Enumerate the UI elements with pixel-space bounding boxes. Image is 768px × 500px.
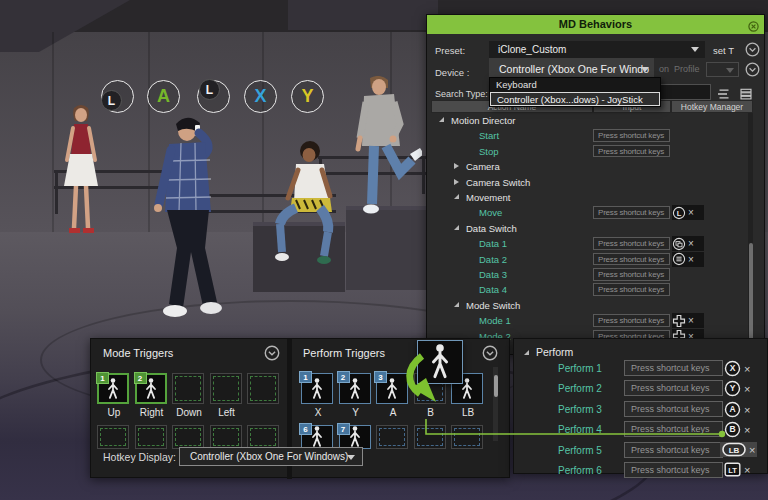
shortcut-input[interactable]: Press shortcut keys (624, 380, 723, 396)
action-label[interactable]: Data 1 (479, 238, 507, 249)
perform-label[interactable]: Perform 5 (558, 445, 602, 456)
column-header[interactable]: Hotkey Manager (671, 100, 753, 113)
action-label[interactable]: Mode 1 (479, 315, 511, 326)
trigger-slot[interactable]: 7 (339, 425, 371, 449)
remove-hotkey-button[interactable]: × (744, 464, 750, 476)
trigger-slot[interactable]: 3 (376, 373, 408, 404)
remove-hotkey-button[interactable]: × (744, 363, 750, 375)
group-label[interactable]: Movement (466, 192, 510, 203)
button-a-icon[interactable]: A (724, 401, 741, 418)
perform-label[interactable]: Perform 3 (558, 404, 602, 415)
tree-expanded-icon[interactable] (454, 194, 459, 199)
trigger-slot[interactable] (97, 425, 129, 449)
button-lt-icon[interactable]: LT (724, 462, 741, 477)
trigger-slot[interactable] (172, 373, 204, 404)
remove-hotkey-button[interactable]: × (688, 237, 694, 250)
trigger-slot[interactable]: 2 (135, 373, 167, 404)
action-label[interactable]: Start (479, 130, 499, 141)
tree-expanded-icon[interactable] (454, 302, 459, 307)
remove-hotkey-button[interactable]: × (688, 314, 694, 327)
hotkey-assignment: L× (672, 205, 704, 220)
group-label[interactable]: Data Switch (466, 223, 517, 234)
tree-collapsed-icon[interactable] (454, 163, 459, 169)
dropdown-item[interactable]: Keyboard (490, 78, 660, 92)
tree-collapsed-icon[interactable] (454, 179, 459, 185)
remove-hotkey-button[interactable]: × (749, 444, 755, 456)
shortcut-input[interactable]: Press shortcut keys (593, 145, 670, 158)
shortcut-input[interactable]: Press shortcut keys (624, 462, 723, 478)
md-panel-titlebar[interactable]: MD Behaviors (427, 15, 764, 34)
action-label[interactable]: Data 4 (479, 284, 507, 295)
remove-hotkey-button[interactable]: × (744, 424, 750, 436)
action-label[interactable]: Data 2 (479, 254, 507, 265)
chevron-down-circle-icon[interactable] (745, 42, 760, 57)
action-label[interactable]: Move (479, 207, 502, 218)
action-table: Motion DirectorStartPress shortcut keysS… (427, 113, 764, 354)
perform-label[interactable]: Perform 2 (558, 383, 602, 394)
scrollbar-thumb[interactable] (749, 243, 753, 346)
remove-hotkey-button[interactable]: × (744, 383, 750, 395)
shortcut-input[interactable]: Press shortcut keys (593, 314, 670, 327)
perform-label[interactable]: Perform 4 (558, 424, 602, 435)
trigger-slot[interactable] (135, 425, 167, 449)
remove-hotkey-button[interactable]: × (744, 404, 750, 416)
shortcut-input[interactable]: Press shortcut keys (593, 237, 670, 250)
trigger-slot[interactable] (247, 425, 279, 449)
trigger-slot[interactable]: 2 (339, 373, 371, 404)
trigger-slot[interactable]: 1 (97, 373, 129, 404)
trigger-slot[interactable] (172, 425, 204, 449)
dragged-trigger-thumbnail[interactable] (417, 340, 463, 384)
perform-row: Perform 6Press shortcut keysLT× (514, 462, 767, 480)
group-label[interactable]: Mode Switch (466, 300, 520, 311)
remove-hotkey-button[interactable]: × (688, 206, 694, 219)
button-lb-icon[interactable]: LB (722, 442, 746, 457)
action-label[interactable]: Stop (479, 146, 499, 157)
perform-label[interactable]: Perform 6 (558, 465, 602, 476)
perform-label[interactable]: Perform 1 (558, 363, 602, 374)
shortcut-input[interactable]: Press shortcut keys (593, 253, 670, 266)
preset-dropdown[interactable]: iClone_Custom (489, 41, 705, 58)
tree-expanded-icon[interactable] (439, 117, 444, 122)
shortcut-input[interactable]: Press shortcut keys (624, 442, 723, 458)
chevron-down-circle-icon[interactable] (745, 62, 760, 77)
shortcut-input[interactable]: Press shortcut keys (593, 206, 670, 219)
trigger-slot[interactable] (247, 373, 279, 404)
trigger-slot[interactable] (210, 373, 242, 404)
hotkey-display-dropdown[interactable]: Controller (Xbox One For Windows) (179, 447, 363, 466)
expand-all-icon[interactable] (739, 86, 753, 98)
collapse-all-icon[interactable] (716, 86, 730, 98)
scrollbar-thumb[interactable] (494, 375, 498, 397)
panel-options-icon[interactable] (748, 19, 759, 30)
shortcut-input[interactable]: Press shortcut keys (624, 360, 723, 376)
trigger-slot[interactable] (451, 425, 483, 449)
left-stick-icon: L (672, 206, 686, 220)
table-row: Camera Switch (427, 175, 764, 190)
chevron-down-circle-icon[interactable] (482, 345, 497, 360)
trigger-slot[interactable] (210, 425, 242, 449)
table-row: Data 1Press shortcut keys× (427, 236, 764, 251)
action-label[interactable]: Data 3 (479, 269, 507, 280)
chevron-down-circle-icon[interactable] (264, 345, 279, 360)
trigger-slot[interactable]: 1 (301, 373, 333, 404)
trigger-slot[interactable]: 6 (301, 425, 333, 449)
slot-label: Y (339, 407, 373, 418)
group-label[interactable]: Camera (466, 161, 500, 172)
group-label[interactable]: Camera Switch (466, 177, 530, 188)
shortcut-input[interactable]: Press shortcut keys (593, 268, 670, 281)
button-x-icon[interactable]: X (724, 360, 741, 377)
shortcut-input[interactable]: Press shortcut keys (624, 401, 723, 417)
dropdown-item[interactable]: Controller (Xbox...dows) - JoyStick (490, 92, 660, 106)
shortcut-input[interactable]: Press shortcut keys (624, 421, 723, 437)
table-row: Data Switch (427, 221, 764, 236)
trigger-slot[interactable] (376, 425, 408, 449)
tree-expanded-icon[interactable] (454, 225, 459, 230)
shortcut-input[interactable]: Press shortcut keys (593, 283, 670, 296)
remove-hotkey-button[interactable]: × (688, 253, 694, 266)
trigger-slot[interactable] (414, 425, 446, 449)
shortcut-input[interactable]: Press shortcut keys (593, 129, 670, 142)
device-dropdown-list: KeyboardController (Xbox...dows) - JoySt… (489, 77, 661, 107)
button-b-icon[interactable]: B (724, 421, 741, 438)
tree-expanded-icon[interactable] (524, 350, 529, 355)
button-y-icon[interactable]: Y (724, 380, 741, 397)
group-label[interactable]: Motion Director (451, 115, 515, 126)
